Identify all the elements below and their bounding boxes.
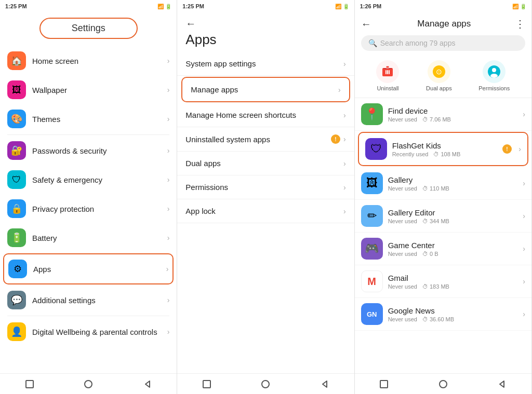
menu-item-manage-apps[interactable]: Manage apps › [181,77,350,102]
back-button[interactable]: ← [185,18,196,30]
gallery-editor-info: Gallery Editor Never used ⏱ 344 MB [388,208,523,224]
svg-marker-19 [500,381,504,387]
nav-square[interactable] [24,379,35,389]
search-bar[interactable]: 🔍 Search among 79 apps [361,35,525,51]
battery-icon: 🔋 [7,228,26,247]
nav-back-3[interactable] [497,379,507,389]
flashget-name: FlashGet Kids [392,141,519,150]
nav-bar-2 [177,373,354,394]
wallpaper-label: Wallpaper [32,86,167,94]
badge: ! [331,134,340,144]
gallery-name: Gallery [388,175,523,184]
sidebar-item-wallpaper[interactable]: 🖼 Wallpaper › [0,75,177,104]
sidebar-item-apps[interactable]: ⚙ Apps › [3,253,174,284]
wellbeing-icon: 👤 [7,322,26,341]
svg-rect-3 [203,381,210,388]
sidebar-item-passwords[interactable]: 🔐 Passwords & security › [0,136,177,165]
battery-label: Battery [32,234,167,242]
app-item-google-news[interactable]: GN Google News Never used ⏱ 36.60 MB › [355,298,531,331]
nav-square-3[interactable] [379,379,389,389]
menu-item-app-lock[interactable]: App lock › [177,199,354,223]
chevron-icon: › [167,296,170,304]
settings-list: 🏠 Home screen › 🖼 Wallpaper › 🎨 Themes ›… [0,44,177,373]
find-device-usage: Never used [388,116,417,123]
menu-item-permissions[interactable]: Permissions › [177,175,354,199]
chevron-icon: › [167,205,170,213]
chevron: › [343,207,346,215]
google-news-usage: Never used [388,316,417,322]
sidebar-item-safety[interactable]: 🛡 Safety & emergency › [0,165,177,194]
home-shortcuts-label: Manage Home screen shortcuts [185,111,343,119]
permissions-button[interactable]: Permissions [478,60,510,91]
divider [7,316,169,316]
passwords-label: Passwords & security [32,146,167,155]
app-item-gallery-editor[interactable]: ✏ Gallery Editor Never used ⏱ 344 MB › [355,200,531,233]
nav-bar-3 [355,373,531,394]
safety-icon: 🛡 [7,170,26,189]
find-device-name: Find device [388,106,523,115]
sidebar-item-home-screen[interactable]: 🏠 Home screen › [0,46,177,75]
wallpaper-icon: 🖼 [7,80,26,99]
find-device-meta: Never used ⏱ 7.06 MB [388,116,523,123]
manage-apps-header: ← Manage apps ⋮ [355,12,531,35]
apps-menu-list: System app settings › Manage apps › Mana… [177,52,354,373]
menu-item-system-app[interactable]: System app settings › [177,52,354,76]
app-item-gmail[interactable]: M Gmail Never used ⏱ 183 MB › [355,265,531,298]
svg-marker-2 [145,381,150,387]
google-news-name: Google News [388,306,523,315]
chevron-icon: › [167,146,170,155]
dual-apps-button[interactable]: ⊙ Dual apps [426,60,452,91]
game-center-size: ⏱ 0 B [422,251,438,257]
game-center-info: Game Center Never used ⏱ 0 B [388,241,523,257]
nav-square-2[interactable] [202,379,212,389]
quick-actions: Uninstall ⊙ Dual apps Permissions [355,56,531,98]
menu-item-uninstalled[interactable]: Uninstalled system apps ! › [177,127,354,152]
app-item-gallery[interactable]: 🖼 Gallery Never used ⏱ 110 MB › [355,167,531,200]
back-button-3[interactable]: ← [361,18,371,30]
app-item-flashget[interactable]: 🛡 FlashGet Kids Recently used ⏱ 108 MB !… [358,132,528,166]
menu-item-dual-apps[interactable]: Dual apps › [177,152,354,175]
uninstall-button[interactable]: Uninstall [376,60,399,91]
chevron: › [523,212,525,220]
dual-apps-icon: ⊙ [428,60,450,83]
dual-apps-label: Dual apps [185,159,343,168]
system-app-label: System app settings [185,59,343,68]
signal-icon-3: 📶 [512,4,518,9]
gallery-meta: Never used ⏱ 110 MB [388,185,523,192]
sidebar-item-themes[interactable]: 🎨 Themes › [0,104,177,133]
game-center-icon: 🎮 [361,238,383,260]
svg-rect-10 [387,70,388,74]
chevron: › [343,183,346,192]
sidebar-item-additional[interactable]: 💬 Additional settings › [0,286,177,315]
chevron-icon: › [167,234,170,242]
google-news-info: Google News Never used ⏱ 36.60 MB [388,306,523,322]
nav-home-3[interactable] [438,379,448,389]
time-1: 1:25 PM [5,3,27,9]
chevron: › [523,244,525,253]
nav-home-2[interactable] [260,379,271,389]
gallery-editor-meta: Never used ⏱ 344 MB [388,218,523,224]
svg-point-15 [492,68,496,72]
chevron: › [343,135,346,143]
nav-back[interactable] [142,379,153,389]
signal-icon: 📶 [157,4,164,9]
sidebar-item-privacy[interactable]: 🔒 Privacy protection › [0,194,177,223]
uninstall-icon [376,60,399,83]
safety-label: Safety & emergency [32,175,167,184]
svg-text:⊙: ⊙ [436,67,442,76]
menu-item-home-shortcuts[interactable]: Manage Home screen shortcuts › [177,103,354,127]
sidebar-item-battery[interactable]: 🔋 Battery › [0,223,177,252]
sidebar-item-wellbeing[interactable]: 👤 Digital Wellbeing & parental controls … [0,317,177,346]
nav-back-2[interactable] [320,379,330,389]
svg-rect-17 [380,381,388,388]
nav-home[interactable] [83,379,94,389]
svg-rect-9 [385,70,387,74]
more-options-button[interactable]: ⋮ [515,18,525,30]
settings-title: Settings [39,18,138,39]
app-item-game-center[interactable]: 🎮 Game Center Never used ⏱ 0 B › [355,233,531,265]
time-2: 1:25 PM [182,3,204,9]
chevron: › [523,179,525,187]
app-item-find-device[interactable]: 📍 Find device Never used ⏱ 7.06 MB › [355,98,531,131]
flashget-icon: 🛡 [365,138,387,160]
gallery-editor-icon: ✏ [361,205,383,227]
